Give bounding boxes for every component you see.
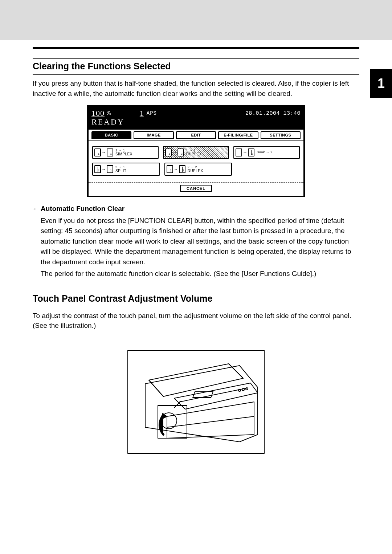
tab-edit[interactable]: EDIT bbox=[176, 131, 216, 139]
tab-settings[interactable]: SETTINGS bbox=[261, 131, 301, 139]
cancel-button[interactable]: CANCEL bbox=[180, 185, 212, 192]
duplex22-line2: DUPLEX bbox=[188, 169, 203, 173]
simplex-icon: 1→1 bbox=[94, 148, 113, 156]
split-icon: 2→1 bbox=[94, 165, 113, 173]
screen-header: 100 % 1 APS 28.01.2004 13:40 READY bbox=[89, 106, 303, 130]
percent-symbol: % bbox=[107, 110, 111, 117]
section2-paragraph: To adjust the contrast of the touch pane… bbox=[33, 311, 359, 331]
zoom-percent: 100 bbox=[91, 109, 105, 118]
afc-body1: Even if you do not press the [FUNCTION C… bbox=[33, 216, 359, 268]
chapter-tab: 1 bbox=[370, 69, 392, 98]
mode-split[interactable]: 2→1 2 → 1 SPLIT bbox=[92, 163, 160, 176]
mode-simplex[interactable]: 1→1 1 → 1 SIMPLEX bbox=[92, 146, 159, 159]
svg-marker-14 bbox=[161, 414, 167, 419]
duplex12-icon: 1→2 bbox=[165, 148, 184, 156]
simplex-line2: SIMPLEX bbox=[115, 152, 132, 156]
section1-paragraph: If you press any button that is half-ton… bbox=[33, 78, 359, 98]
copier-illustration bbox=[120, 344, 272, 460]
tab-basic[interactable]: BASIC bbox=[91, 131, 131, 139]
dash-bullet: - bbox=[33, 204, 36, 214]
split-line2: SPLIT bbox=[115, 169, 126, 173]
section2-rule-bottom bbox=[33, 307, 359, 307]
duplex-modes: 1→1 1 → 1 SIMPLEX 1→2 1 → 2 DU bbox=[89, 141, 303, 182]
mode-duplex-1to2[interactable]: 1→2 1 → 2 DUPLEX bbox=[163, 146, 229, 159]
tab-image[interactable]: IMAGE bbox=[134, 131, 173, 139]
svg-point-7 bbox=[238, 389, 241, 391]
tabs-row: BASIC IMAGE EDIT E-FILING/FILE SETTINGS bbox=[89, 130, 303, 141]
section2-heading: Touch Panel Contrast Adjustment Volume bbox=[33, 291, 359, 307]
section-rule-bottom bbox=[33, 74, 359, 75]
book-icon: →2 bbox=[236, 148, 254, 156]
aps-label: APS bbox=[147, 110, 157, 116]
svg-point-9 bbox=[246, 388, 248, 390]
afc-body2: The period for the automatic function cl… bbox=[33, 269, 359, 279]
copier-screen: 100 % 1 APS 28.01.2004 13:40 READY BASIC… bbox=[87, 105, 305, 197]
svg-point-8 bbox=[242, 388, 244, 391]
afc-item: - Automatic Function Clear bbox=[33, 204, 359, 214]
thick-rule bbox=[33, 47, 359, 49]
svg-rect-0 bbox=[128, 350, 264, 453]
svg-line-3 bbox=[149, 380, 163, 396]
copy-quantity: 1 bbox=[140, 109, 144, 118]
book-line1: Book → 2 bbox=[257, 151, 273, 154]
section1-heading: Clearing the Functions Selected bbox=[33, 59, 359, 74]
afc-title: Automatic Function Clear bbox=[41, 205, 124, 212]
tab-efiling-file[interactable]: E-FILING/FILE bbox=[218, 131, 258, 139]
timestamp: 28.01.2004 13:40 bbox=[245, 110, 301, 117]
duplex12-line2: DUPLEX bbox=[186, 152, 202, 156]
mode-duplex-2to2[interactable]: 2→2 2 → 2 DUPLEX bbox=[164, 163, 232, 176]
mode-book-to-2[interactable]: →2 Book → 2 bbox=[233, 146, 300, 159]
svg-line-15 bbox=[174, 401, 181, 408]
ready-label: READY bbox=[91, 117, 301, 127]
top-gray-band bbox=[0, 0, 392, 40]
svg-line-12 bbox=[167, 416, 254, 427]
duplex22-icon: 2→2 bbox=[167, 165, 185, 173]
